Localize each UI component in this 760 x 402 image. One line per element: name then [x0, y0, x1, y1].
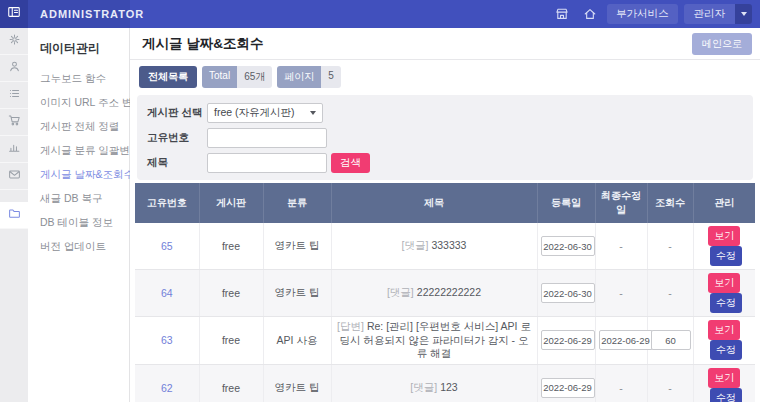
title-text: Re: [관리] [우편번호 서비스] API 로딩시 허용되지 않은 파라미터…	[340, 320, 531, 359]
all-list-badge[interactable]: 전체목록	[139, 66, 197, 88]
title-cell: [댓글]123	[331, 364, 537, 402]
go-main-button[interactable]: 메인으로	[692, 33, 752, 55]
admin-app: ADMINISTRATOR 부가서비스 관리자	[0, 0, 760, 402]
list-icon	[8, 86, 21, 104]
page-badge-label: 페이지	[277, 66, 321, 88]
title-text: 333333	[431, 239, 466, 251]
reg-date-input[interactable]	[541, 236, 595, 256]
post-id-link[interactable]: 63	[161, 334, 173, 346]
user-icon	[8, 59, 21, 77]
reg-date-input[interactable]	[541, 283, 595, 303]
board-cell: free	[199, 317, 263, 365]
title-prefix: [댓글]	[402, 239, 429, 251]
sidebar-item-board-sort[interactable]: 게시판 전체 정렬	[40, 114, 129, 138]
total-badge: Total 65개	[202, 66, 272, 88]
page-title: 게시글 날짜&조회수	[142, 35, 264, 53]
table-row: 62 free 영카트 팁 [댓글]123 - - 보기수정	[135, 364, 755, 402]
rail-item-settings[interactable]	[0, 28, 28, 55]
mod-date-empty: -	[619, 240, 623, 252]
mod-date-input[interactable]	[599, 330, 653, 350]
edit-button[interactable]: 수정	[710, 293, 742, 313]
title-text: 22222222222	[417, 286, 481, 298]
title-cell: [댓글]333333	[331, 223, 537, 270]
sidebar-item-post-date-views[interactable]: 게시글 날짜&조회수	[40, 162, 129, 186]
sidebar-toggle-button[interactable]	[0, 0, 28, 28]
sidebar-item-version-update[interactable]: 버전 업데이트	[40, 234, 129, 258]
view-button[interactable]: 보기	[708, 320, 740, 340]
reg-date-input[interactable]	[541, 330, 595, 350]
views-empty: -	[668, 240, 672, 252]
board-cell: free	[199, 223, 263, 270]
home-icon[interactable]	[579, 3, 601, 25]
rail-item-boards[interactable]	[0, 82, 28, 109]
category-cell: API 사용	[263, 317, 331, 365]
extra-service-button[interactable]: 부가서비스	[607, 4, 678, 24]
col-header-title: 제목	[331, 183, 537, 223]
sidebar-item-gnuboard-functions[interactable]: 그누보드 함수	[40, 66, 129, 90]
brand-zone: ADMINISTRATOR	[28, 0, 130, 28]
board-select[interactable]: free (자유게시판)	[207, 103, 323, 123]
mail-icon	[8, 167, 21, 185]
page-badge: 페이지 5	[277, 66, 341, 88]
views-input[interactable]	[651, 330, 691, 350]
post-id-link[interactable]: 62	[161, 382, 173, 394]
category-cell: 영카트 팁	[263, 270, 331, 317]
body-wrap: 데이터관리 그누보드 함수 이미지 URL 주소 변경 게시판 전체 정렬 게시…	[0, 28, 760, 402]
main-content: 게시글 날짜&조회수 메인으로 전체목록 Total 65개 페이지 5	[130, 28, 760, 402]
account-caret-box[interactable]	[735, 4, 752, 24]
col-header-id: 고유번호	[135, 183, 199, 223]
board-select-label: 게시판 선택	[147, 106, 207, 120]
edit-button[interactable]: 수정	[710, 246, 742, 266]
views-empty: -	[668, 382, 672, 394]
store-icon[interactable]	[551, 3, 573, 25]
rail-item-mail[interactable]	[0, 163, 28, 190]
col-header-mod-date: 최종수정일	[595, 183, 647, 223]
title-text: 123	[440, 381, 458, 393]
search-button[interactable]: 검색	[331, 153, 370, 173]
badges-row: 전체목록 Total 65개 페이지 5	[139, 66, 755, 88]
view-button[interactable]: 보기	[708, 368, 740, 388]
account-label: 관리자	[684, 4, 736, 24]
table-row: 65 free 영카트 팁 [댓글]333333 - - 보기수정	[135, 223, 755, 270]
edit-button[interactable]: 수정	[710, 340, 742, 360]
chart-bar-icon	[8, 140, 21, 158]
folder-icon	[8, 206, 21, 224]
sidebar-item-db-table-info[interactable]: DB 테이블 정보	[40, 210, 129, 234]
post-id-row: 고유번호	[147, 127, 743, 148]
view-button[interactable]: 보기	[708, 226, 740, 246]
category-cell: 영카트 팁	[263, 223, 331, 270]
post-id-link[interactable]: 64	[161, 287, 173, 299]
rail-item-members[interactable]	[0, 55, 28, 82]
col-header-manage: 관리	[693, 183, 755, 223]
title-prefix: [답변]	[337, 320, 364, 332]
board-select-row: 게시판 선택 free (자유게시판)	[147, 102, 743, 123]
sidebar-item-post-category-change[interactable]: 게시글 분류 일괄변경	[40, 138, 129, 162]
rail-item-shop[interactable]	[0, 109, 28, 136]
col-header-category: 분류	[263, 183, 331, 223]
topbar-right: 부가서비스 관리자	[551, 0, 760, 28]
gear-icon	[8, 32, 21, 50]
views-empty: -	[668, 287, 672, 299]
post-id-link[interactable]: 65	[161, 240, 173, 252]
content-body: 전체목록 Total 65개 페이지 5 게시판 선택 free (자유게시판	[130, 60, 760, 402]
account-menu-button[interactable]: 관리자	[684, 4, 753, 24]
edit-button[interactable]: 수정	[710, 388, 742, 402]
topbar: ADMINISTRATOR 부가서비스 관리자	[0, 0, 760, 28]
menu-section-title: 데이터관리	[40, 40, 129, 57]
chevron-down-icon	[741, 12, 747, 16]
board-cell: free	[199, 270, 263, 317]
rail-item-data-management[interactable]	[0, 202, 28, 229]
col-header-reg-date: 등록일	[537, 183, 595, 223]
reg-date-input[interactable]	[541, 378, 595, 398]
sidebar-item-image-url-change[interactable]: 이미지 URL 주소 변경	[40, 90, 129, 114]
rail-item-stats[interactable]	[0, 136, 28, 163]
table-row: 63 free API 사용 [답변]Re: [관리] [우편번호 서비스] A…	[135, 317, 755, 365]
sidebar-toggle-icon	[7, 5, 21, 23]
view-button[interactable]: 보기	[708, 273, 740, 293]
sidebar-item-new-db-restore[interactable]: 새글 DB 복구	[40, 186, 129, 210]
title-search-input[interactable]	[207, 153, 327, 173]
post-id-input[interactable]	[207, 128, 327, 148]
posts-table: 고유번호 게시판 분류 제목 등록일 최종수정일 조회수 관리	[135, 183, 755, 402]
title-prefix: [댓글]	[387, 286, 414, 298]
board-cell: free	[199, 364, 263, 402]
